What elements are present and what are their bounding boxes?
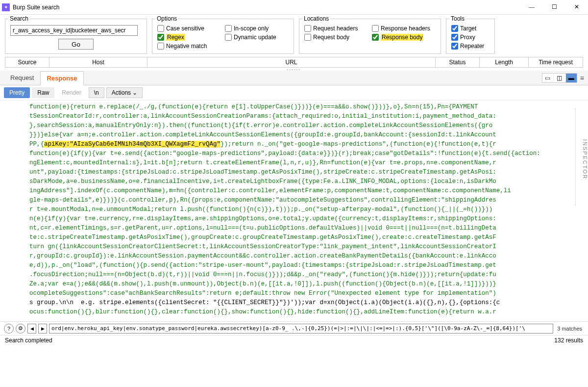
target-checkbox[interactable]: Target bbox=[451, 25, 490, 32]
actions-dropdown[interactable]: Actions ⌄ bbox=[106, 87, 143, 98]
match-count: 3 matches bbox=[555, 326, 584, 332]
close-button[interactable]: ✕ bbox=[565, 0, 588, 15]
tools-fieldset: Tools Target Proxy Repeater bbox=[446, 19, 495, 54]
view-single[interactable]: ▬ bbox=[566, 74, 577, 82]
view-split-v[interactable]: ◫ bbox=[554, 74, 565, 82]
negative-match-checkbox[interactable]: Negative match bbox=[157, 43, 221, 50]
window-title: Burp Suite search bbox=[13, 4, 520, 11]
chevron-down-icon: ⌄ bbox=[132, 89, 137, 96]
search-legend: Search bbox=[8, 15, 30, 22]
tools-legend: Tools bbox=[449, 15, 466, 22]
request-headers-checkbox[interactable]: Request headers bbox=[304, 25, 368, 32]
proxy-checkbox[interactable]: Proxy bbox=[451, 34, 490, 41]
dynamic-update-checkbox[interactable]: Dynamic update bbox=[225, 34, 289, 41]
statusbar: Search completed 132 results bbox=[0, 335, 588, 345]
col-host[interactable]: Host bbox=[49, 57, 147, 67]
col-status[interactable]: Status bbox=[436, 57, 480, 67]
hamburger-icon[interactable]: ≡ bbox=[580, 74, 584, 82]
response-body-checkbox[interactable]: Response body bbox=[372, 34, 436, 41]
tab-response[interactable]: Response bbox=[40, 71, 83, 85]
regex-checkbox[interactable]: Regex bbox=[157, 34, 221, 41]
go-button[interactable]: Go bbox=[58, 39, 94, 50]
view-toggle: ▭ ◫ ▬ bbox=[542, 73, 577, 83]
message-search-bar: ? ⚙ ◀ ▶ 3 matches bbox=[0, 321, 588, 335]
viewer-controls: Pretty Raw Render \n Actions ⌄ bbox=[0, 85, 588, 101]
app-icon: ✦ bbox=[2, 3, 10, 11]
settings-button[interactable]: ⚙ bbox=[16, 324, 25, 334]
help-button[interactable]: ? bbox=[4, 324, 14, 334]
response-headers-checkbox[interactable]: Response headers bbox=[372, 25, 436, 32]
titlebar: ✦ Burp Suite search — ☐ ✕ bbox=[0, 0, 588, 15]
maximize-button[interactable]: ☐ bbox=[543, 0, 565, 15]
view-split-h[interactable]: ▭ bbox=[542, 74, 553, 82]
prev-match-button[interactable]: ◀ bbox=[27, 324, 36, 334]
col-time[interactable]: Time request bbox=[529, 57, 583, 67]
gear-icon: ⚙ bbox=[18, 325, 23, 332]
highlighted-match: apiKey:"AIzaSyCab6eIMNih34mQb3XI_QWXagmF… bbox=[44, 141, 220, 148]
message-search-input[interactable] bbox=[49, 324, 553, 334]
response-body-viewer[interactable]: function(e){return e.replace(/_./g,(func… bbox=[0, 101, 588, 321]
newline-button[interactable]: \n bbox=[89, 87, 104, 98]
search-input[interactable] bbox=[10, 25, 138, 36]
inspector-panel-toggle[interactable]: INSPECTOR bbox=[575, 108, 588, 206]
status-left: Search completed bbox=[5, 337, 52, 344]
raw-button[interactable]: Raw bbox=[32, 87, 54, 98]
case-sensitive-checkbox[interactable]: Case sensitive bbox=[157, 25, 221, 32]
pretty-button[interactable]: Pretty bbox=[4, 87, 30, 98]
message-tabs: Request Response ▭ ◫ ▬ ≡ bbox=[0, 71, 588, 85]
options-legend: Options bbox=[155, 15, 178, 22]
repeater-checkbox[interactable]: Repeater bbox=[451, 43, 490, 50]
col-source[interactable]: Source bbox=[5, 57, 49, 67]
search-fieldset: Search Go bbox=[5, 19, 147, 54]
minimize-button[interactable]: — bbox=[520, 0, 543, 15]
col-length[interactable]: Length bbox=[480, 57, 529, 67]
locations-fieldset: Locations Request headers Response heade… bbox=[299, 19, 441, 54]
status-right: 132 results bbox=[554, 337, 583, 344]
locations-legend: Locations bbox=[302, 15, 330, 22]
results-table-header: Source Host URL Status Length Time reque… bbox=[5, 57, 583, 68]
col-url[interactable]: URL bbox=[147, 57, 436, 67]
next-match-button[interactable]: ▶ bbox=[38, 324, 47, 334]
in-scope-only-checkbox[interactable]: In-scope only bbox=[225, 25, 289, 32]
render-button: Render bbox=[56, 87, 86, 98]
options-fieldset: Options Case sensitive In-scope only Reg… bbox=[152, 19, 294, 54]
tab-request[interactable]: Request bbox=[4, 71, 40, 85]
request-body-checkbox[interactable]: Request body bbox=[304, 34, 368, 41]
